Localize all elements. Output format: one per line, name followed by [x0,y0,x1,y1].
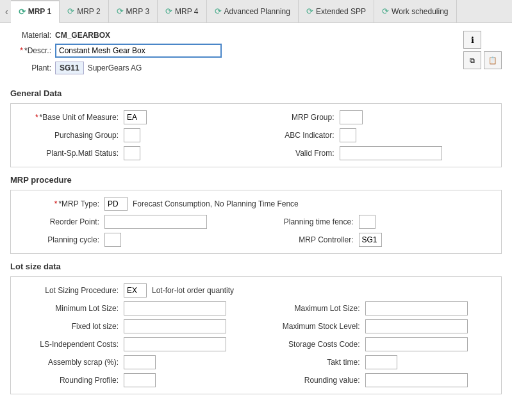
doc-button[interactable]: 📋 [484,51,502,69]
tab-mrp2[interactable]: ⟳ MRP 2 [60,0,108,23]
mrp-controller-input[interactable] [359,233,382,247]
lot-sizing-label: Lot Sizing Procedure: [21,286,124,295]
reorder-point-label: Reorder Point: [21,217,104,226]
tab-mrp3[interactable]: ⟳ MRP 3 [109,0,158,23]
plant-row: Plant: SG11 SuperGears AG [10,62,453,74]
mrp-group-row: MRP Group: [256,110,491,124]
tab-prev-btn[interactable]: ‹ [3,6,11,17]
lot-size-section: Lot size data Lot Sizing Procedure: Lot-… [10,262,502,394]
rounding-profile-input[interactable] [124,373,156,387]
tab-advanced-icon: ⟳ [215,6,222,16]
tab-work-icon: ⟳ [382,6,389,16]
planning-cycle-row: Planning cycle: [21,233,256,247]
mrp-group-label: MRP Group: [256,113,340,122]
general-data-grid: *Base Unit of Measure: Purchasing Group:… [21,110,491,160]
mrp-procedure-title: MRP procedure [10,175,502,185]
planning-time-fence-row: Planning time fence: [256,215,491,229]
tab-extended[interactable]: ⟳ Extended SPP [299,0,374,23]
takt-time-input[interactable] [365,355,397,369]
info-icon: ℹ [471,35,474,45]
plant-name: SuperGears AG [88,63,142,72]
lot-sizing-input[interactable] [124,283,147,298]
general-right-col: MRP Group: ABC Indicator: Valid From: [256,110,491,160]
storage-costs-label: Storage Costs Code: [256,340,365,349]
max-stock-label: Maximum Stock Level: [256,322,365,331]
material-label: Material: [10,31,55,40]
assembly-scrap-label: Assembly scrap (%): [21,358,124,367]
desc-input[interactable] [55,44,222,58]
purchasing-group-row: Purchasing Group: [21,128,256,142]
tab-work-label: Work scheduling [392,7,449,16]
rounding-profile-label: Rounding Profile: [21,376,124,385]
rounding-profile-row: Rounding Profile: [21,373,256,387]
min-lot-input[interactable] [124,301,226,315]
tab-mrp3-icon: ⟳ [117,6,124,16]
abc-indicator-row: ABC Indicator: [256,128,491,142]
tab-work[interactable]: ⟳ Work scheduling [374,0,457,23]
planning-cycle-label: Planning cycle: [21,235,104,244]
tab-mrp2-icon: ⟳ [67,6,74,16]
ls-costs-input[interactable] [124,337,226,351]
general-left-col: *Base Unit of Measure: Purchasing Group:… [21,110,256,160]
rounding-value-input[interactable] [365,373,468,387]
assembly-scrap-input[interactable] [124,355,156,369]
desc-label: *Descr.: [10,46,55,55]
base-uom-input[interactable] [124,110,147,124]
info-button[interactable]: ℹ [463,31,481,49]
tab-bar: ‹ ⟳ MRP 1 ⟳ MRP 2 ⟳ MRP 3 ⟳ MRP 4 ⟳ Adva… [0,0,512,23]
valid-from-input[interactable] [340,146,442,160]
main-content: Material: CM_GEARBOX *Descr.: Plant: SG1… [0,23,512,420]
purchasing-group-label: Purchasing Group: [21,131,124,140]
general-data-title: General Data [10,88,502,98]
tab-mrp3-label: MRP 3 [126,7,149,16]
rounding-value-row: Rounding value: [256,373,491,387]
tab-mrp1-label: MRP 1 [28,7,51,16]
tab-mrp4[interactable]: ⟳ MRP 4 [158,0,206,23]
tab-advanced[interactable]: ⟳ Advanced Planning [207,0,299,23]
lot-sizing-row: Lot Sizing Procedure: Lot-for-lot order … [21,283,491,298]
general-data-section: General Data *Base Unit of Measure: Purc… [10,88,502,167]
plant-code: SG11 [55,62,84,74]
header-fields: Material: CM_GEARBOX *Descr.: Plant: SG1… [10,31,453,78]
abc-indicator-input[interactable] [340,128,356,142]
purchasing-group-input[interactable] [124,128,140,142]
material-value: CM_GEARBOX [55,31,110,40]
min-lot-row: Minimum Lot Size: [21,301,256,315]
tab-extended-label: Extended SPP [316,7,366,16]
ls-costs-row: LS-Independent Costs: [21,337,256,351]
tab-mrp1[interactable]: ⟳ MRP 1 [11,0,60,23]
mrp-type-row: *MRP Type: Forecast Consumption, No Plan… [21,197,491,211]
lot-size-title: Lot size data [10,262,502,271]
assembly-scrap-row: Assembly scrap (%): [21,355,256,369]
desc-row: *Descr.: [10,44,453,58]
mrp-right-col: Planning time fence: MRP Controller: [256,215,491,247]
max-lot-row: Maximum Lot Size: [256,301,491,315]
reorder-point-input[interactable] [104,215,207,229]
tab-mrp4-icon: ⟳ [165,6,172,16]
copy-button[interactable]: ⧉ [463,51,481,69]
fixed-lot-input[interactable] [124,319,226,333]
base-uom-label: *Base Unit of Measure: [21,113,124,122]
max-stock-input[interactable] [365,319,468,333]
plant-sp-input[interactable] [124,146,140,160]
mrp-procedure-grid: Reorder Point: Planning cycle: Planning … [21,215,491,247]
base-uom-row: *Base Unit of Measure: [21,110,256,124]
mrp-type-label: *MRP Type: [21,199,104,208]
plant-sp-row: Plant-Sp.Matl Status: [21,146,256,160]
planning-cycle-input[interactable] [104,233,121,247]
storage-costs-row: Storage Costs Code: [256,337,491,351]
plant-label: Plant: [10,63,55,72]
copy-icon: ⧉ [470,56,475,65]
storage-costs-input[interactable] [365,337,468,351]
max-lot-input[interactable] [365,301,468,315]
mrp-type-input[interactable] [104,197,128,211]
material-row: Material: CM_GEARBOX [10,31,453,40]
mrp-group-input[interactable] [340,110,363,124]
reorder-point-row: Reorder Point: [21,215,256,229]
tab-mrp2-label: MRP 2 [77,7,100,16]
tab-extended-icon: ⟳ [306,6,313,16]
lot-right-col: Maximum Lot Size: Maximum Stock Level: S… [256,301,491,387]
abc-indicator-label: ABC Indicator: [256,131,340,140]
takt-time-label: Takt time: [256,358,365,367]
planning-time-fence-input[interactable] [359,215,376,229]
